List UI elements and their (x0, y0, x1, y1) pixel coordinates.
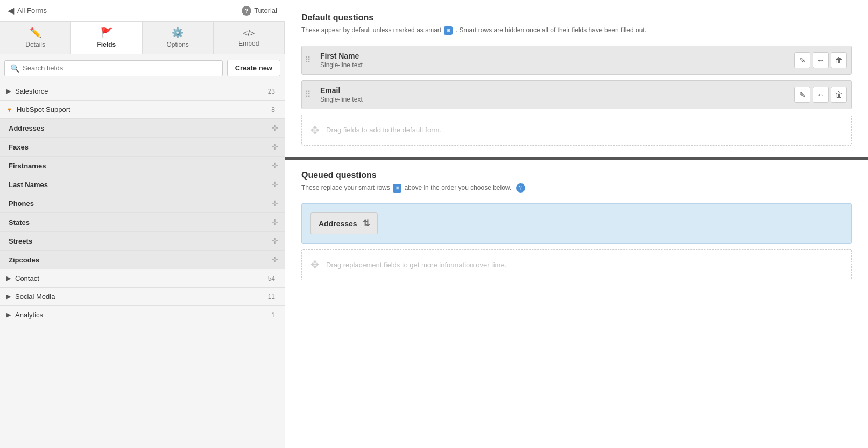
hubspot-arrow-icon: ▼ (6, 106, 12, 113)
social-media-arrow-icon: ▶ (6, 293, 11, 300)
subitem-last-names-label: Last Names (9, 181, 272, 189)
details-icon: ✏️ (30, 27, 41, 39)
first-name-drag-handle[interactable]: ⠿ (302, 46, 314, 74)
field-card-first-name: ⠿ First Name Single-line text ✎ ↔ 🗑 (301, 46, 852, 75)
subitem-phones[interactable]: Phones ✛ (0, 194, 285, 213)
group-hubspot-support[interactable]: ▼ HubSpot Support 8 (0, 101, 285, 119)
group-social-media[interactable]: ▶ Social Media 11 (0, 288, 285, 306)
subitem-addresses[interactable]: Addresses ✛ (0, 119, 285, 138)
field-list: ▶ Salesforce 23 ▼ HubSpot Support 8 Addr… (0, 82, 285, 448)
queued-section-desc: These replace your smart rows ⊞ above in… (301, 183, 852, 193)
tab-fields[interactable]: 🚩 Fields (71, 22, 142, 54)
subitem-last-names[interactable]: Last Names ✛ (0, 175, 285, 194)
zipcodes-drag-icon[interactable]: ✛ (272, 255, 278, 264)
tab-embed-label: Embed (238, 40, 259, 47)
queued-drag-placeholder-text: Drag replacement fields to get more info… (326, 261, 506, 269)
queued-info-icon[interactable]: ? (516, 183, 525, 193)
queued-addresses-label: Addresses (319, 219, 357, 228)
tab-options[interactable]: ⚙️ Options (143, 22, 214, 54)
group-contact[interactable]: ▶ Contact 54 (0, 269, 285, 288)
subitem-firstnames[interactable]: Firstnames ✛ (0, 157, 285, 175)
faxes-drag-icon[interactable]: ✛ (272, 143, 278, 151)
queued-desc-suffix: above in the order you choose below. (404, 184, 511, 191)
queued-card-wrapper: Addresses ⇅ (301, 203, 852, 244)
analytics-label: Analytics (15, 311, 271, 319)
group-analytics[interactable]: ▶ Analytics 1 (0, 306, 285, 324)
email-edit-button[interactable]: ✎ (794, 87, 810, 103)
email-drag-handle[interactable]: ⠿ (302, 81, 314, 109)
email-delete-button[interactable]: 🗑 (831, 87, 847, 103)
fields-icon: 🚩 (101, 27, 112, 39)
tutorial-label: Tutorial (254, 6, 277, 15)
first-name-label: First Name (320, 52, 788, 60)
last-names-drag-icon[interactable]: ✛ (272, 180, 278, 189)
queued-drag-placeholder-icon: ✥ (310, 258, 320, 271)
contact-arrow-icon: ▶ (6, 275, 11, 282)
tab-options-label: Options (166, 41, 188, 48)
subitem-phones-label: Phones (9, 200, 272, 208)
right-panel: Default questions These appear by defaul… (285, 0, 868, 448)
subitem-states-label: States (9, 218, 272, 226)
drag-placeholder-text: Drag fields to add to the default form. (326, 126, 441, 134)
phones-drag-icon[interactable]: ✛ (272, 199, 278, 208)
top-bar: ◀ All Forms ? Tutorial (0, 0, 285, 22)
back-arrow-icon: ◀ (8, 5, 14, 16)
embed-icon: </> (243, 29, 255, 38)
subitem-zipcodes[interactable]: Zipcodes ✛ (0, 251, 285, 269)
queued-card-addresses[interactable]: Addresses ⇅ (310, 212, 378, 234)
firstnames-drag-icon[interactable]: ✛ (272, 161, 278, 170)
tab-details-label: Details (25, 41, 45, 48)
subitem-addresses-label: Addresses (9, 124, 272, 132)
first-name-type: Single-line text (320, 61, 788, 69)
search-input[interactable] (23, 64, 217, 72)
salesforce-label: Salesforce (15, 87, 268, 95)
default-desc-text: These appear by default unless marked as… (301, 26, 443, 34)
contact-label: Contact (15, 274, 268, 282)
tab-details[interactable]: ✏️ Details (0, 22, 71, 54)
email-info: Email Single-line text (314, 81, 794, 109)
tutorial-button[interactable]: ? Tutorial (242, 6, 277, 16)
email-type: Single-line text (320, 96, 788, 103)
states-drag-icon[interactable]: ✛ (272, 218, 278, 226)
section-divider (285, 157, 868, 160)
subitem-firstnames-label: Firstnames (9, 162, 272, 170)
default-drag-placeholder: ✥ Drag fields to add to the default form… (301, 115, 852, 146)
first-name-actions: ✎ ↔ 🗑 (794, 52, 851, 68)
tab-bar: ✏️ Details 🚩 Fields ⚙️ Options </> Embed (0, 22, 285, 54)
subitem-faxes[interactable]: Faxes ✛ (0, 138, 285, 157)
analytics-arrow-icon: ▶ (6, 311, 11, 318)
email-actions: ✎ ↔ 🗑 (794, 87, 851, 103)
subitem-streets-label: Streets (9, 237, 272, 245)
addresses-drag-icon[interactable]: ✛ (272, 124, 278, 132)
drag-placeholder-icon: ✥ (310, 124, 320, 137)
options-icon: ⚙️ (172, 27, 184, 39)
email-label: Email (320, 86, 788, 95)
back-label: All Forms (17, 6, 47, 15)
queued-questions-section: Queued questions These replace your smar… (301, 170, 852, 280)
streets-drag-icon[interactable]: ✛ (272, 237, 278, 245)
subitem-streets[interactable]: Streets ✛ (0, 232, 285, 251)
search-icon: 🔍 (10, 64, 19, 73)
queued-desc-prefix: These replace your smart rows (301, 184, 392, 191)
search-box: 🔍 (4, 60, 223, 76)
queued-drag-icon: ⇅ (363, 218, 370, 229)
queued-section-title: Queued questions (301, 170, 852, 180)
first-name-edit-button[interactable]: ✎ (794, 52, 810, 68)
contact-count: 54 (268, 275, 275, 282)
group-salesforce[interactable]: ▶ Salesforce 23 (0, 82, 285, 101)
salesforce-arrow-icon: ▶ (6, 88, 11, 95)
create-new-button[interactable]: Create new (227, 60, 280, 76)
subitem-faxes-label: Faxes (9, 143, 272, 151)
first-name-delete-button[interactable]: 🗑 (831, 52, 847, 68)
tab-embed[interactable]: </> Embed (214, 22, 285, 54)
analytics-count: 1 (271, 311, 275, 319)
hubspot-label: HubSpot Support (17, 105, 271, 113)
back-button[interactable]: ◀ All Forms (8, 5, 47, 16)
social-media-count: 11 (268, 293, 275, 301)
default-desc-suffix: . Smart rows are hidden once all of thei… (456, 26, 646, 34)
left-panel: ◀ All Forms ? Tutorial ✏️ Details 🚩 Fiel… (0, 0, 285, 448)
first-name-move-button[interactable]: ↔ (813, 52, 829, 68)
subitem-states[interactable]: States ✛ (0, 213, 285, 232)
email-move-button[interactable]: ↔ (813, 87, 829, 103)
subitem-zipcodes-label: Zipcodes (9, 256, 272, 264)
